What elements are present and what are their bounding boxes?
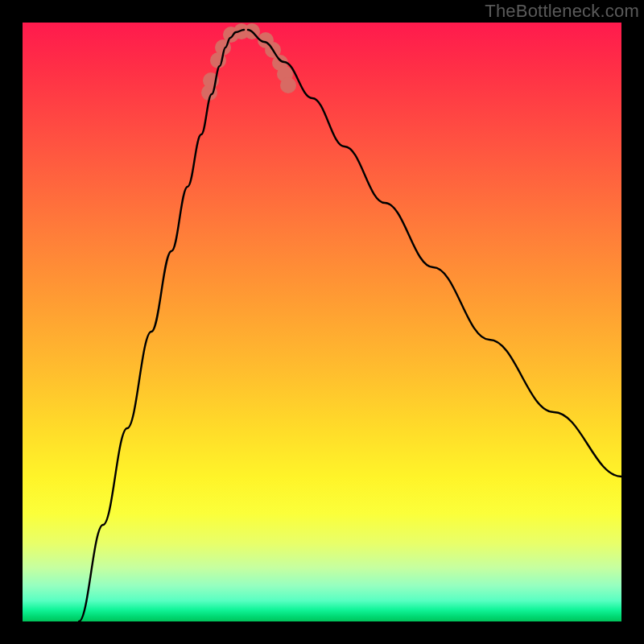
- right-curve: [248, 30, 621, 477]
- marker-dot: [280, 77, 296, 93]
- plot-area: [23, 23, 621, 621]
- watermark-text: TheBottleneck.com: [485, 1, 639, 22]
- chart-frame: TheBottleneck.com: [0, 0, 644, 644]
- left-curve: [79, 30, 244, 621]
- curve-layer: [23, 23, 621, 621]
